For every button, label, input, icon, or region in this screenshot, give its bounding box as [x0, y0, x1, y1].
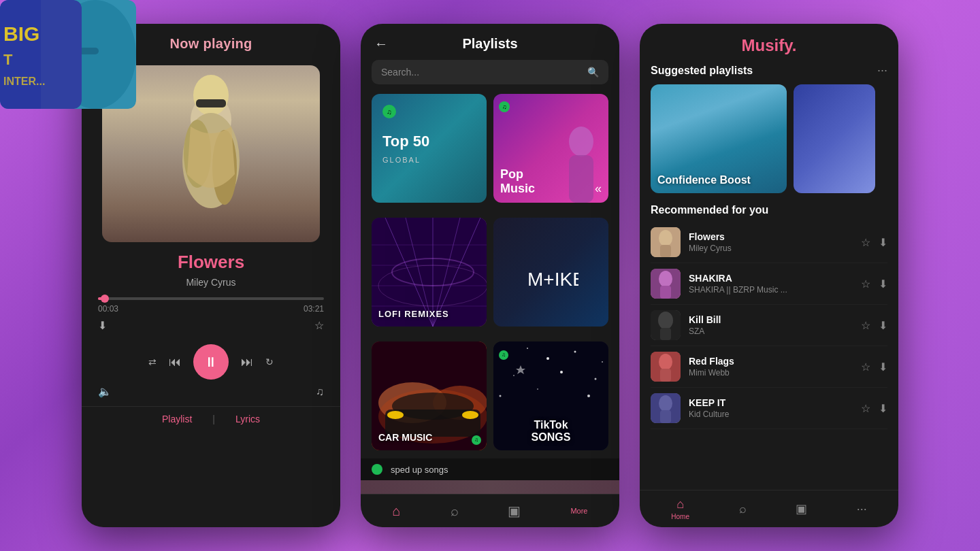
favorite-icon-flowers[interactable]: ☆: [861, 236, 870, 249]
song-row-flowers[interactable]: Flowers Miley Cyrus ☆ ⬇: [651, 222, 887, 263]
progress-knob: [101, 295, 109, 303]
download-icon-killbill[interactable]: ⬇: [879, 319, 887, 332]
volume-icon[interactable]: 🔈: [98, 385, 112, 398]
pause-button[interactable]: ⏸: [193, 344, 229, 380]
svg-point-32: [546, 357, 549, 360]
shuffle-button[interactable]: ⇄: [148, 356, 157, 367]
download-icon-redflags[interactable]: ⬇: [879, 361, 887, 373]
download-icon[interactable]: ⬇: [98, 319, 107, 332]
musify-header: Musify.: [640, 24, 898, 63]
tab-lyrics[interactable]: Lyrics: [235, 414, 260, 424]
svg-point-1: [193, 75, 229, 116]
svg-point-26: [392, 393, 474, 420]
bottom-bar-search[interactable]: ⌕: [451, 503, 459, 519]
svg-point-34: [602, 361, 603, 363]
mike-logo-svg: M+IKE: [524, 252, 578, 293]
card-bg-mike: M+IKE: [493, 218, 608, 327]
pop-artist-silhouette: [554, 121, 608, 203]
card-bg-tiktok: TikTok SONGS ♫: [493, 341, 608, 450]
song-artist-keepit: Kid Culture: [689, 410, 798, 419]
sped-up-bar[interactable]: sped up songs: [361, 458, 619, 480]
playlist-card-carmusic[interactable]: CAR MUSIC ♫: [372, 341, 487, 450]
repeat-button[interactable]: ↻: [265, 356, 274, 367]
svg-point-39: [500, 395, 502, 397]
song-row-killbill[interactable]: Kill Bill SZA ☆ ⬇: [651, 305, 887, 346]
add-to-playlist-icon[interactable]: ♫: [316, 386, 324, 398]
musify-tab-home[interactable]: ⌂ Home: [671, 497, 689, 520]
suggested-header: Suggested playlists ···: [651, 63, 887, 78]
playlist-card-tiktok[interactable]: TikTok SONGS ♫: [493, 341, 608, 450]
svg-point-36: [560, 371, 563, 373]
song-row-keepit[interactable]: KEEP IT Kid Culture ☆ ⬇: [651, 388, 887, 429]
progress-container[interactable]: 00:03 03:21: [82, 293, 340, 318]
song-row-redflags[interactable]: Red Flags Mimi Webb ☆ ⬇: [651, 346, 887, 388]
card-bg-top50: ♫ Top 50 GLOBAL: [372, 94, 487, 203]
more-dots-button[interactable]: ···: [877, 63, 887, 78]
thumb-flowers-art: [651, 227, 681, 257]
download-icon-shakira[interactable]: ⬇: [879, 278, 887, 290]
suggested-card-bigt[interactable]: BIG T INTER... BIG T INTER...: [794, 84, 875, 193]
playlist-grid: ♫ Top 50 GLOBAL ♫ Pop Music: [361, 94, 619, 458]
next-button[interactable]: ⏭: [241, 355, 253, 369]
previous-button[interactable]: ⏮: [169, 355, 181, 369]
song-title-redflags: Red Flags: [689, 356, 853, 367]
carmusic-label: CAR MUSIC: [378, 431, 432, 444]
svg-rect-55: [660, 245, 671, 257]
playlist-card-mike[interactable]: M+IKE: [493, 218, 608, 327]
svg-rect-67: [660, 410, 671, 423]
favorite-icon[interactable]: ☆: [314, 319, 324, 332]
tab-playlist[interactable]: Playlist: [162, 414, 192, 424]
home-tab-label: Home: [671, 513, 689, 520]
progress-bar[interactable]: [98, 297, 324, 300]
progress-times: 00:03 03:21: [98, 304, 324, 314]
song-info: Flowers Miley Cyrus: [82, 252, 340, 293]
svg-point-28: [462, 411, 478, 419]
card-bg-pop: ♫ Pop Music «: [493, 94, 608, 203]
song-row-shakira[interactable]: SHAKIRA SHAKIRA || BZRP Music ... ☆ ⬇: [651, 263, 887, 305]
bottom-bar-home[interactable]: ⌂: [392, 503, 400, 519]
favorite-icon-keepit[interactable]: ☆: [861, 402, 870, 415]
playlists-title: Playlists: [462, 36, 517, 52]
playlist-card-top50[interactable]: ♫ Top 50 GLOBAL: [372, 94, 487, 203]
song-thumb-flowers: [651, 227, 681, 257]
thumb-keepit-art: [651, 393, 681, 423]
favorite-icon-shakira[interactable]: ☆: [861, 278, 870, 290]
bottom-bar-library[interactable]: ▣: [508, 503, 521, 519]
song-title-keepit: KEEP IT: [689, 397, 853, 408]
suggested-card-confidence[interactable]: Confidence Boost: [651, 84, 787, 193]
download-icon-flowers[interactable]: ⬇: [879, 236, 887, 249]
playlist-card-lofi[interactable]: LOFI REMIXES: [372, 218, 487, 327]
song-row-info-flowers: Flowers Miley Cyrus: [689, 231, 853, 253]
svg-point-6: [569, 127, 593, 156]
musify-tab-library[interactable]: ▣: [796, 501, 807, 516]
search-placeholder[interactable]: Search...: [381, 67, 582, 78]
suggested-cards-row: Confidence Boost BIG T INTER... BIG T IN…: [651, 84, 887, 193]
library-icon: ▣: [508, 503, 521, 519]
bottom-side-icons: 🔈 ♫: [82, 384, 340, 403]
favorite-icon-redflags[interactable]: ☆: [861, 361, 870, 373]
svg-point-54: [659, 230, 672, 246]
favorite-icon-killbill[interactable]: ☆: [861, 319, 870, 332]
search-bar[interactable]: Search... 🔍: [372, 60, 608, 84]
top50-label: Top 50: [382, 133, 429, 150]
thumb-shakira-art: [651, 269, 681, 299]
tiktok-spotify-dot: ♫: [499, 347, 508, 360]
svg-rect-64: [660, 369, 671, 382]
bottom-bar-more[interactable]: More: [570, 507, 587, 515]
musify-title: Musify.: [742, 36, 797, 55]
song-actions-killbill: ☆ ⬇: [861, 319, 887, 332]
more-label: More: [570, 507, 587, 515]
svg-rect-61: [660, 328, 671, 340]
back-button[interactable]: ←: [374, 36, 388, 52]
musify-tab-search[interactable]: ⌕: [739, 502, 747, 516]
download-icon-keepit[interactable]: ⬇: [879, 402, 887, 415]
sped-up-label: sped up songs: [391, 465, 448, 475]
musify-tab-more[interactable]: ···: [857, 502, 867, 516]
side-icons-row: ⬇ ☆: [82, 318, 340, 337]
svg-rect-58: [660, 286, 671, 299]
svg-point-37: [595, 378, 597, 380]
card-bg-lofi: LOFI REMIXES: [372, 218, 487, 327]
thumb-killbill-art: [651, 310, 681, 340]
playlist-card-popmusic[interactable]: ♫ Pop Music «: [493, 94, 608, 203]
song-actions-flowers: ☆ ⬇: [861, 236, 887, 249]
